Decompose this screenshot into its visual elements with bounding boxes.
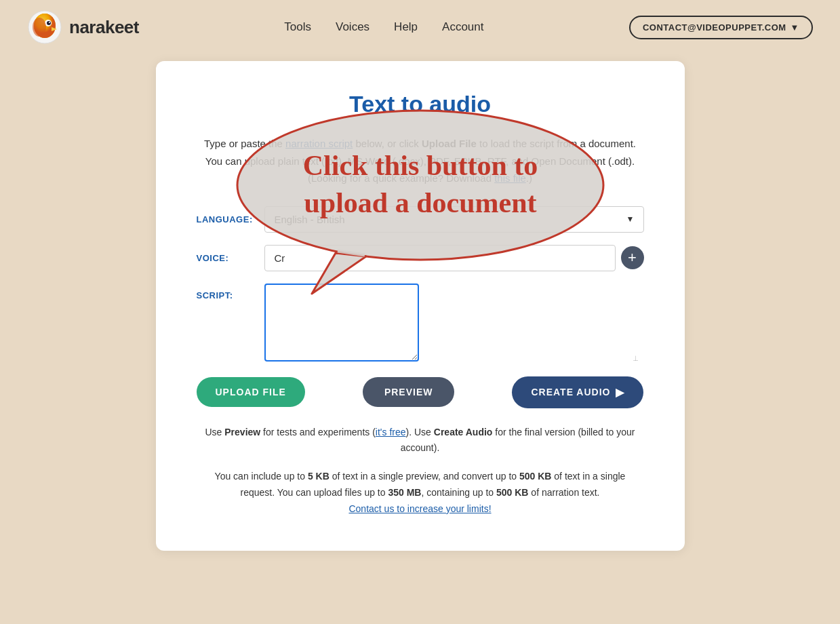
note1-free-link[interactable]: it's free	[376, 427, 406, 437]
language-row: LANGUAGE: English - British English - Am…	[197, 206, 644, 233]
svg-point-4	[47, 21, 51, 25]
language-label: LANGUAGE:	[197, 214, 264, 225]
nav-help[interactable]: Help	[394, 20, 418, 34]
preview-button[interactable]: PREVIEW	[363, 377, 455, 407]
bubble-overlay: Click this button to upload a document S…	[197, 284, 644, 364]
note2-mid: of text in a single preview, and convert…	[329, 471, 519, 482]
logo-icon	[27, 9, 62, 45]
note2-500kb2: 500 KB	[496, 487, 528, 498]
note1-create: Create Audio	[434, 427, 493, 437]
nav-links: Tools Voices Help Account	[284, 20, 483, 34]
note2-500kb: 500 KB	[519, 471, 551, 482]
voice-label: VOICE:	[197, 253, 264, 263]
page-title: Text to audio	[197, 91, 644, 117]
script-row: SCRIPT: ⟂	[197, 284, 644, 364]
upload-bold: Upload File	[422, 138, 477, 149]
desc-line2: You can upload plain text (.txt), MS Wor…	[205, 155, 635, 167]
account-email-text: CONTACT@VIDEOPUPPET.COM	[643, 22, 786, 33]
script-textarea[interactable]	[264, 284, 419, 362]
upload-file-button[interactable]: UPLOAD FILE	[197, 377, 305, 407]
note1-pre: Use	[205, 427, 224, 437]
note1-preview: Preview	[224, 427, 260, 437]
resize-handle: ⟂	[633, 353, 643, 363]
limits-note: You can include up to 5 KB of text in a …	[197, 469, 644, 517]
logo-area: narakeet	[27, 9, 139, 45]
description: Type or paste the narration script below…	[197, 135, 644, 187]
voice-select-wrapper: Cr Brian Amy Emma +	[264, 245, 644, 271]
note1-mid: for tests and experiments (	[260, 427, 376, 437]
narration-script-link[interactable]: narration script	[285, 138, 353, 149]
note2-350mb: 350 MB	[388, 487, 421, 498]
create-audio-label: CREATE AUDIO	[531, 387, 610, 397]
desc-line3-pre: (Looking for a quick example? Download	[308, 172, 494, 184]
desc-part2: below, or click	[353, 138, 422, 149]
buttons-row: UPLOAD FILE PREVIEW CREATE AUDIO ▶	[197, 376, 644, 408]
play-icon: ▶	[616, 386, 624, 399]
language-select[interactable]: English - British English - American Eng…	[264, 206, 644, 233]
note2-5kb: 5 KB	[308, 471, 329, 482]
note2-mid3: , containing up to	[421, 487, 496, 498]
nav-account[interactable]: Account	[442, 20, 483, 34]
create-audio-button[interactable]: CREATE AUDIO ▶	[512, 376, 643, 408]
note2-pre: You can include up to	[215, 471, 308, 482]
contact-link[interactable]: Contact us to increase your limits!	[348, 503, 491, 514]
nav-tools[interactable]: Tools	[284, 20, 311, 34]
bottom-note-1: Use Preview for tests and experiments (i…	[197, 425, 644, 457]
desc-part1: Type or paste the	[204, 138, 285, 149]
voice-row: VOICE: Cr Brian Amy Emma +	[197, 245, 644, 271]
account-dropdown-arrow: ▼	[791, 22, 799, 33]
script-label: SCRIPT:	[197, 284, 264, 300]
add-voice-button[interactable]: +	[621, 246, 644, 269]
desc-line3-post: .)	[526, 172, 532, 184]
svg-point-5	[49, 22, 50, 23]
voice-select[interactable]: Cr Brian Amy Emma	[264, 245, 616, 271]
account-email-button[interactable]: CONTACT@VIDEOPUPPET.COM ▼	[629, 16, 813, 39]
main-card: Text to audio Type or paste the narratio…	[156, 61, 685, 551]
nav-voices[interactable]: Voices	[336, 20, 369, 34]
note1-post: ). Use	[406, 427, 434, 437]
language-select-wrapper: English - British English - American Eng…	[264, 206, 644, 233]
script-textarea-wrapper: ⟂	[264, 284, 644, 364]
this-file-link[interactable]: this file	[494, 172, 526, 184]
logo-text: narakeet	[69, 17, 139, 38]
desc-part3: to load the script from a document.	[477, 138, 636, 149]
note2-end: of narration text.	[528, 487, 599, 498]
header: narakeet Tools Voices Help Account CONTA…	[0, 0, 840, 54]
svg-point-7	[33, 18, 46, 37]
